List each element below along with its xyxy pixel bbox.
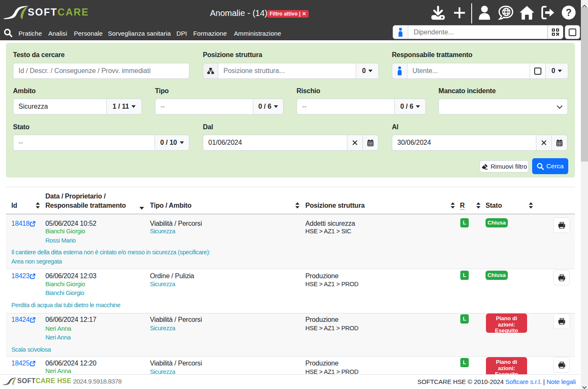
- svg-text:?: ?: [566, 7, 572, 18]
